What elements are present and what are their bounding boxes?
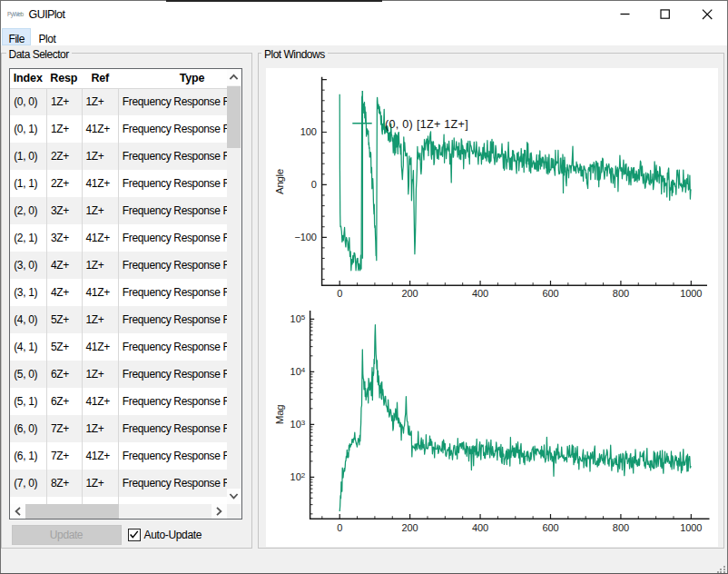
- svg-text:102: 102: [290, 471, 306, 483]
- svg-text:0: 0: [311, 179, 317, 190]
- svg-text:1000: 1000: [680, 522, 702, 533]
- svg-text:104: 104: [290, 366, 306, 378]
- svg-text:200: 200: [402, 522, 418, 533]
- svg-text:0: 0: [337, 522, 342, 533]
- svg-text:0: 0: [337, 288, 342, 299]
- svg-text:Angle: Angle: [274, 169, 285, 194]
- svg-text:800: 800: [613, 522, 629, 533]
- svg-text:(0, 0) [1Z+ 1Z+]: (0, 0) [1Z+ 1Z+]: [385, 118, 468, 131]
- svg-text:105: 105: [290, 313, 306, 325]
- svg-text:600: 600: [542, 522, 558, 533]
- svg-text:400: 400: [472, 288, 488, 299]
- svg-text:PyWeb: PyWeb: [7, 11, 24, 18]
- svg-text:Mag: Mag: [274, 405, 285, 424]
- svg-text:800: 800: [613, 288, 629, 299]
- svg-text:400: 400: [472, 522, 488, 533]
- svg-text:103: 103: [290, 419, 306, 430]
- svg-text:600: 600: [542, 288, 558, 299]
- svg-text:100: 100: [300, 126, 317, 137]
- svg-text:200: 200: [402, 288, 418, 299]
- svg-text:−100: −100: [294, 232, 316, 242]
- svg-text:1000: 1000: [680, 288, 702, 299]
